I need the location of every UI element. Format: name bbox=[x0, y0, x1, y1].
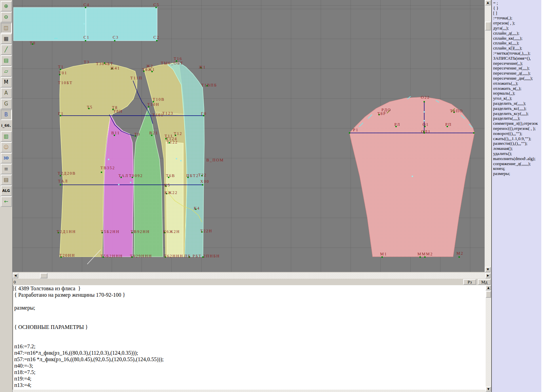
construction-point[interactable] bbox=[132, 177, 133, 178]
construction-point[interactable] bbox=[168, 177, 169, 178]
construction-point[interactable] bbox=[155, 7, 157, 8]
sidebar-command[interactable]: симметрия_л((),отрезок bbox=[493, 121, 543, 126]
sidebar-command[interactable]: разделить_ксу(,,,,); bbox=[493, 111, 543, 116]
construction-point[interactable] bbox=[58, 232, 59, 233]
construction-point[interactable] bbox=[206, 85, 208, 86]
construction-point[interactable] bbox=[165, 256, 166, 258]
construction-point[interactable] bbox=[395, 126, 397, 127]
sidebar-command[interactable]: сплайн_к[](,,,,); bbox=[493, 46, 543, 51]
scroll-down-button[interactable]: ▼ bbox=[486, 387, 491, 392]
sidebar-command[interactable]: [ ] bbox=[493, 11, 543, 16]
construction-point[interactable] bbox=[473, 132, 474, 134]
construction-point[interactable] bbox=[148, 106, 149, 107]
scroll-up-button[interactable]: ▲ bbox=[485, 0, 491, 5]
scroll-right-button[interactable]: ▶ bbox=[485, 273, 491, 278]
sidebar-command[interactable]: ломаная(); bbox=[493, 146, 543, 151]
construction-point[interactable] bbox=[85, 40, 86, 41]
construction-point[interactable] bbox=[143, 71, 145, 72]
sidebar-command[interactable]: отложить_в(,,); bbox=[493, 86, 543, 91]
construction-point[interactable] bbox=[164, 232, 165, 233]
sidebar-command[interactable]: выполнить(dmod\.alg); bbox=[493, 156, 543, 161]
sidebar-command[interactable]: дуга(,,,); bbox=[493, 26, 543, 31]
construction-point[interactable] bbox=[176, 60, 177, 62]
sidebar-command[interactable]: ЗАПИСАТЬ(имя=(), bbox=[493, 56, 543, 61]
code-editor[interactable]: { 4389 Толстовка из флиса }{ Разработано… bbox=[13, 285, 486, 390]
sidebar-command[interactable]: сплайн_д(,,,,); bbox=[493, 31, 543, 36]
sidebar-command[interactable]: поворот((),,,""); bbox=[493, 131, 543, 136]
toolbar-picture-button[interactable]: ▤ bbox=[1, 55, 12, 66]
toolbar-pattern-m-button[interactable]: M bbox=[1, 77, 12, 87]
construction-point[interactable] bbox=[165, 138, 167, 139]
sidebar-command[interactable]: разделить_н(,,,,,); bbox=[493, 101, 543, 106]
construction-point[interactable] bbox=[187, 177, 189, 178]
construction-point[interactable] bbox=[114, 135, 115, 136]
construction-point[interactable] bbox=[60, 256, 62, 258]
construction-point[interactable] bbox=[60, 175, 61, 176]
sidebar-command[interactable]: = ; bbox=[493, 1, 543, 6]
sidebar-command[interactable]: удалить(); bbox=[493, 151, 543, 156]
construction-point[interactable] bbox=[131, 232, 133, 233]
construction-point[interactable] bbox=[200, 67, 202, 68]
construction-point[interactable] bbox=[169, 142, 170, 143]
construction-point[interactable] bbox=[424, 256, 426, 258]
md-button[interactable]: Мд bbox=[478, 279, 491, 285]
sidebar-command[interactable]: перенос((),отрезок( , ); bbox=[493, 126, 543, 131]
canvas-vscrollbar[interactable]: ▲ ▼ bbox=[485, 0, 491, 272]
construction-point[interactable] bbox=[104, 62, 105, 64]
construction-point[interactable] bbox=[111, 68, 113, 70]
construction-point[interactable] bbox=[101, 232, 103, 233]
toolbar-photo-button[interactable]: ☺ bbox=[1, 142, 12, 153]
construction-point[interactable] bbox=[424, 101, 425, 102]
construction-point[interactable] bbox=[201, 231, 203, 233]
construction-point[interactable] bbox=[424, 126, 426, 127]
sidebar-command[interactable]: отрезок( , ); bbox=[493, 21, 543, 26]
toolbar-zoom-out-button[interactable]: ⊖ bbox=[1, 12, 12, 22]
scroll-down-button[interactable]: ▼ bbox=[485, 267, 491, 272]
construction-point[interactable] bbox=[102, 256, 104, 258]
construction-point[interactable] bbox=[32, 43, 33, 45]
sidebar-command[interactable]: пересечение(,,); bbox=[493, 61, 543, 66]
editor-vscrollbar[interactable]: ▲ ▼ bbox=[486, 285, 491, 392]
sidebar-command[interactable]: разделить_кс(,,,,); bbox=[493, 106, 543, 111]
construction-point[interactable] bbox=[447, 126, 448, 127]
toolbar-alg-doc-button[interactable]: ALG bbox=[1, 185, 12, 196]
construction-point[interactable] bbox=[202, 184, 203, 185]
toolbar-text-list-button[interactable]: ≡ bbox=[1, 164, 12, 174]
sidebar-command[interactable]: размеры; bbox=[493, 171, 543, 176]
construction-point[interactable] bbox=[202, 256, 204, 258]
sidebar-command[interactable]: разделить(,,,,); bbox=[493, 116, 543, 121]
toolbar-zoom-in-button[interactable]: ⊕ bbox=[1, 1, 12, 12]
toolbar-measure-button[interactable]: ╱ bbox=[1, 44, 12, 55]
construction-point[interactable] bbox=[419, 256, 421, 258]
editor-hscrollbar[interactable] bbox=[13, 390, 486, 392]
sidebar-command[interactable]: нормаль(,,); bbox=[493, 91, 543, 96]
sidebar-command[interactable]: сжать((),,,1.1,0.9,""); bbox=[493, 136, 543, 141]
construction-point[interactable] bbox=[378, 114, 380, 115]
construction-point[interactable] bbox=[203, 115, 204, 116]
sidebar-command[interactable]: отложить(,,,); bbox=[493, 81, 543, 86]
construction-point[interactable] bbox=[60, 115, 61, 116]
construction-point[interactable] bbox=[423, 131, 425, 132]
construction-point[interactable] bbox=[60, 184, 61, 185]
rz-button[interactable]: Рз bbox=[463, 279, 476, 285]
construction-point[interactable] bbox=[195, 209, 196, 210]
vscroll-thumb[interactable] bbox=[486, 291, 491, 298]
construction-point[interactable] bbox=[156, 40, 157, 41]
construction-point[interactable] bbox=[135, 135, 136, 137]
construction-point[interactable] bbox=[151, 135, 152, 136]
construction-point[interactable] bbox=[189, 256, 190, 258]
construction-point[interactable] bbox=[175, 135, 176, 136]
construction-point[interactable] bbox=[453, 112, 455, 113]
construction-point[interactable] bbox=[59, 74, 60, 75]
toolbar-view-piece-button[interactable]: ◫ bbox=[1, 23, 12, 33]
construction-point[interactable] bbox=[153, 101, 154, 102]
sidebar-command[interactable]: сплайн_кк(,,,,,); bbox=[493, 36, 543, 41]
construction-point[interactable] bbox=[60, 69, 61, 70]
construction-point[interactable] bbox=[458, 256, 460, 258]
construction-point[interactable] bbox=[349, 132, 350, 134]
scroll-up-button[interactable]: ▲ bbox=[486, 285, 491, 290]
toolbar-g-tool-button[interactable]: G bbox=[1, 99, 12, 109]
sidebar-command[interactable]: :=метка(точка(,),,,,); bbox=[493, 51, 543, 56]
pattern-canvas[interactable]: С4С5С1С3С2Т0Т1Т01Т3Т304БТЖ41Т10БТТ11ПЖ2Т… bbox=[13, 0, 485, 272]
construction-point[interactable] bbox=[112, 109, 114, 110]
